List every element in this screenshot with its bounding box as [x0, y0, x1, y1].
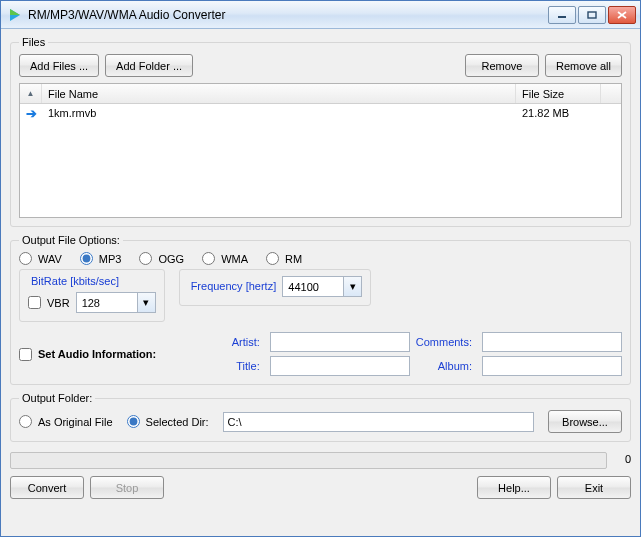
sort-indicator[interactable]: ▲	[20, 84, 42, 103]
exit-button[interactable]: Exit	[557, 476, 631, 499]
svg-rect-3	[588, 12, 596, 18]
minimize-button[interactable]	[548, 6, 576, 24]
stop-button[interactable]: Stop	[90, 476, 164, 499]
browse-button[interactable]: Browse...	[548, 410, 622, 433]
audio-info-row: Set Audio Information: Artist: Comments:…	[19, 332, 622, 376]
window-body: Files Add Files ... Add Folder ... Remov…	[1, 29, 640, 536]
title-input[interactable]	[270, 356, 410, 376]
file-name-cell: 1km.rmvb	[42, 107, 516, 119]
vbr-checkbox[interactable]: VBR	[28, 296, 70, 309]
bitrate-legend: BitRate [kbits/sec]	[28, 275, 122, 287]
col-spacer	[601, 84, 621, 103]
svg-marker-1	[10, 9, 20, 15]
add-files-button[interactable]: Add Files ...	[19, 54, 99, 77]
set-audio-info-checkbox[interactable]: Set Audio Information:	[19, 348, 156, 361]
comments-label: Comments:	[416, 336, 476, 348]
album-label: Album:	[416, 360, 476, 372]
file-list-header: ▲ File Name File Size	[20, 84, 621, 104]
frequency-input[interactable]	[283, 277, 343, 296]
frequency-legend: Frequency [hertz]	[188, 280, 280, 292]
output-folder-group: Output Folder: As Original File Selected…	[10, 392, 631, 442]
file-list[interactable]: ▲ File Name File Size ➔ 1km.rmvb 21.82 M…	[19, 83, 622, 218]
file-list-body: ➔ 1km.rmvb 21.82 MB	[20, 104, 621, 122]
output-folder-legend: Output Folder:	[19, 392, 95, 404]
bitrate-input[interactable]	[77, 293, 137, 312]
col-filesize[interactable]: File Size	[516, 84, 601, 103]
chevron-down-icon[interactable]: ▾	[137, 293, 155, 312]
selected-dir-radio[interactable]: Selected Dir:	[127, 415, 209, 428]
progress-bar	[10, 452, 607, 469]
format-mp3[interactable]: MP3	[80, 252, 122, 265]
file-size-cell: 21.82 MB	[516, 107, 601, 119]
maximize-button[interactable]	[578, 6, 606, 24]
window-title: RM/MP3/WAV/WMA Audio Converter	[28, 8, 548, 22]
row-arrow-icon: ➔	[26, 106, 37, 121]
artist-label: Artist:	[232, 336, 264, 348]
format-wav[interactable]: WAV	[19, 252, 62, 265]
table-row[interactable]: ➔ 1km.rmvb 21.82 MB	[20, 104, 621, 122]
format-wma[interactable]: WMA	[202, 252, 248, 265]
remove-all-button[interactable]: Remove all	[545, 54, 622, 77]
titlebar[interactable]: RM/MP3/WAV/WMA Audio Converter	[1, 1, 640, 29]
progress-row: 0	[10, 446, 631, 471]
help-button[interactable]: Help...	[477, 476, 551, 499]
window: RM/MP3/WAV/WMA Audio Converter Files Add…	[0, 0, 641, 537]
output-path-input[interactable]	[223, 412, 534, 432]
as-original-radio[interactable]: As Original File	[19, 415, 113, 428]
output-folder-row: As Original File Selected Dir: Browse...	[19, 410, 622, 433]
files-toolbar: Add Files ... Add Folder ... Remove Remo…	[19, 54, 622, 77]
app-icon	[7, 7, 23, 23]
format-rm[interactable]: RM	[266, 252, 302, 265]
frequency-subgroup: Frequency [hertz] ▾	[179, 269, 372, 306]
tags-grid: Artist: Comments: Title: Album:	[232, 332, 622, 376]
close-button[interactable]	[608, 6, 636, 24]
add-folder-button[interactable]: Add Folder ...	[105, 54, 193, 77]
comments-input[interactable]	[482, 332, 622, 352]
frequency-combo[interactable]: ▾	[282, 276, 362, 297]
format-ogg[interactable]: OGG	[139, 252, 184, 265]
output-options-group: Output File Options: WAV MP3 OGG WMA RM …	[10, 234, 631, 385]
remove-button[interactable]: Remove	[465, 54, 539, 77]
title-label: Title:	[232, 360, 264, 372]
files-legend: Files	[19, 36, 48, 48]
format-radios: WAV MP3 OGG WMA RM	[19, 252, 622, 265]
chevron-down-icon[interactable]: ▾	[343, 277, 361, 296]
convert-button[interactable]: Convert	[10, 476, 84, 499]
bottom-toolbar: Convert Stop Help... Exit	[10, 476, 631, 499]
progress-value: 0	[613, 453, 631, 465]
output-options-legend: Output File Options:	[19, 234, 123, 246]
files-group: Files Add Files ... Add Folder ... Remov…	[10, 36, 631, 227]
artist-input[interactable]	[270, 332, 410, 352]
col-filename[interactable]: File Name	[42, 84, 516, 103]
bitrate-subgroup: BitRate [kbits/sec] VBR ▾	[19, 269, 165, 322]
window-controls	[548, 6, 636, 24]
album-input[interactable]	[482, 356, 622, 376]
bitrate-combo[interactable]: ▾	[76, 292, 156, 313]
